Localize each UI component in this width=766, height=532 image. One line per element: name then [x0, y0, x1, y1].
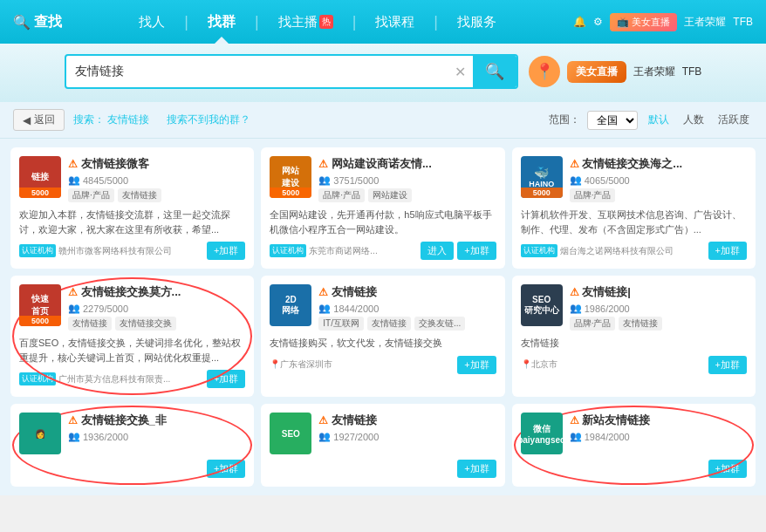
- card-footer: +加群: [270, 460, 496, 478]
- sort-members[interactable]: 人数: [680, 111, 708, 129]
- group-avatar: SEO研究中心: [521, 284, 563, 326]
- bell-icon[interactable]: 🔔: [573, 16, 586, 28]
- location-tag: 📍广东省深圳市: [270, 358, 332, 371]
- verified-icon: ⚠: [318, 414, 328, 426]
- card-title: ⚠ 友情链接交换海之...: [570, 156, 747, 172]
- back-arrow-icon: ◀: [23, 114, 31, 126]
- group-avatar: 🐳 HAINO 5000: [521, 156, 563, 198]
- join-button[interactable]: +加群: [207, 370, 245, 388]
- card-footer: 认证机构 烟台海之诺网络科技有限公司 +加群: [521, 242, 747, 260]
- clear-icon[interactable]: ✕: [448, 64, 473, 80]
- card-members: 👥 2279/5000: [68, 303, 245, 314]
- card-info: ⚠ 友情链接交换莫方... 👥 2279/5000 友情链接友情链接交换: [68, 284, 245, 331]
- card-desc: 欢迎加入本群，友情链接交流群，这里一起交流探讨，欢迎大家，祝大家在这里有所收获，…: [19, 208, 245, 236]
- card-info: ⚠ 友情链接交换_非 👥 1936/2000: [68, 413, 245, 445]
- settings-icon[interactable]: ⚙: [593, 16, 603, 28]
- card-header: 网站建设5000 ⚠ 网站建设商诺友情... 👥 3751/5000 品牌·产品…: [270, 156, 496, 202]
- nav-find-group[interactable]: 找群: [188, 0, 255, 44]
- verified-icon: ⚠: [570, 158, 579, 170]
- card-footer: +加群: [19, 460, 245, 478]
- join-button[interactable]: +加群: [457, 242, 496, 260]
- card-header: 2D网络 ⚠ 友情链接 👥 1844/2000 IT/互联网友情链接交换友链..…: [270, 284, 496, 331]
- tag: 网站建设: [368, 188, 412, 202]
- header-right: 🔔 ⚙ 📺 美女直播 王者荣耀 TFB: [573, 13, 753, 31]
- promo-banner[interactable]: 美女直播: [567, 61, 626, 83]
- tag: 品牌·产品: [570, 188, 616, 202]
- search-magnifier-icon: 🔍: [485, 62, 504, 81]
- tag: 品牌·产品: [68, 188, 114, 202]
- member-5000-badge: 5000: [270, 188, 311, 198]
- card-info: ⚠ 友情链接| 👥 1986/2000 品牌·产品友情链接: [570, 284, 747, 331]
- back-button[interactable]: ◀ 返回: [13, 109, 65, 131]
- card-members: 👥 1927/2000: [318, 431, 496, 442]
- verified-icon: ⚠: [570, 286, 579, 298]
- nav-find-course[interactable]: 找课程: [356, 0, 434, 44]
- username2: TFB: [733, 16, 753, 28]
- card-members: 👥 4065/5000: [570, 174, 747, 186]
- certified-badge: 认证机构: [19, 372, 56, 385]
- verified-icon: ⚠: [318, 158, 328, 170]
- app-logo: 🔍 查找: [13, 13, 62, 31]
- card-tags: 品牌·产品网站建设: [318, 188, 496, 202]
- not-found-link[interactable]: 搜索不到我的群？: [167, 113, 250, 127]
- verified-icon: ⚠: [68, 158, 78, 170]
- join-button[interactable]: +加群: [708, 242, 747, 260]
- nav-find-service[interactable]: 找服务: [438, 0, 516, 44]
- members-icon: 👥: [318, 303, 331, 314]
- card-info: ⚠ 友情链接交换海之... 👥 4065/5000 品牌·产品: [570, 156, 747, 202]
- range-select[interactable]: 全国: [587, 111, 638, 130]
- right-user2: TFB: [682, 65, 702, 78]
- search-button[interactable]: 🔍: [473, 54, 516, 89]
- card-footer: 📍广东省深圳市 +加群: [270, 356, 496, 374]
- card-members: 👥 3751/5000: [318, 174, 496, 186]
- join-button[interactable]: +加群: [708, 356, 747, 374]
- card-header: SEO ⚠ 友情链接 👥 1927/2000: [270, 413, 496, 454]
- join-button[interactable]: +加群: [457, 460, 496, 478]
- group-card-8: SEO ⚠ 友情链接 👥 1927/2000 +加群: [261, 404, 504, 487]
- sort-activity[interactable]: 活跃度: [715, 111, 753, 129]
- nav-find-people[interactable]: 找人: [120, 0, 184, 44]
- search-box: ✕ 🔍: [65, 54, 518, 89]
- group-avatar: SEO: [270, 413, 311, 454]
- group-avatar: 链接5000: [19, 156, 61, 198]
- card-header: 链接5000 ⚠ 友情链接微客 👥 4845/5000 品牌·产品友情链接: [19, 156, 245, 202]
- member-5000-badge: 5000: [19, 188, 61, 198]
- sort-default[interactable]: 默认: [645, 111, 673, 129]
- card-info: ⚠ 友情链接 👥 1927/2000: [318, 413, 496, 445]
- promo-card[interactable]: 📺 美女直播: [610, 13, 677, 31]
- search-input[interactable]: [66, 65, 448, 78]
- card-tags: IT/互联网友情链接交换友链...: [318, 317, 496, 331]
- card-footer: 📍北京市 +加群: [521, 356, 747, 374]
- card-members: 👥 1986/2000: [570, 303, 747, 314]
- tag: 品牌·产品: [318, 188, 365, 202]
- nav-find-streamer[interactable]: 找主播 热: [259, 0, 352, 44]
- join-button[interactable]: +加群: [708, 460, 747, 478]
- card-header: SEO研究中心 ⚠ 友情链接| 👥 1986/2000 品牌·产品友情链接: [521, 284, 747, 331]
- group-card-5: 2D网络 ⚠ 友情链接 👥 1844/2000 IT/互联网友情链接交换友链..…: [261, 276, 504, 397]
- verified-icon: ⚠: [68, 414, 78, 426]
- certified-info: 认证机构 烟台海之诺网络科技有限公司: [521, 244, 674, 257]
- enter-button[interactable]: 进入: [421, 242, 454, 260]
- card-footer: 认证机构 东莞市商诺网络... 进入 +加群: [270, 242, 496, 260]
- cards-grid: 链接5000 ⚠ 友情链接微客 👥 4845/5000 品牌·产品友情链接 欢迎…: [10, 147, 756, 487]
- card-info: ⚠ 新站友情链接 👥 1984/2000: [570, 413, 747, 445]
- card-desc: 友情链接: [521, 336, 747, 351]
- card-members: 👥 1984/2000: [570, 431, 747, 442]
- group-card-4: 快速首页5000 ⚠ 友情链接交换莫方... 👥 2279/5000 友情链接友…: [10, 276, 254, 397]
- promo-icon: 📺: [617, 17, 629, 28]
- join-button[interactable]: +加群: [207, 242, 245, 260]
- card-desc: 计算机软件开发、互联网技术信息咨询、广告设计、制作、代理、发布（不含固定形式广告…: [521, 208, 747, 236]
- certified-info: 认证机构 广州市莫方信息科技有限责...: [19, 372, 170, 385]
- join-button[interactable]: +加群: [207, 460, 245, 478]
- search-right: 📍 美女直播 王者荣耀 TFB: [529, 56, 702, 87]
- card-footer: 认证机构 广州市莫方信息科技有限责... +加群: [19, 370, 245, 388]
- main-nav: 找人 | 找群 | 找主播 热 | 找课程 | 找服务: [62, 0, 573, 44]
- card-members: 👥 1936/2000: [68, 431, 245, 442]
- range-label: 范围：: [549, 113, 580, 127]
- join-button[interactable]: +加群: [457, 356, 496, 374]
- card-desc: 百度SEO，友情链接交换，关键词排名优化，整站权重提升，核心关键词上首页，网站优…: [19, 336, 245, 365]
- org-name: 东莞市商诺网络...: [309, 245, 377, 257]
- group-avatar: 微信baiyangseo: [521, 413, 563, 454]
- org-name: 赣州市微客网络科技有限公司: [58, 245, 172, 257]
- toolbar: ◀ 返回 搜索： 友情链接 搜索不到我的群？ 范围： 全国 默认 人数 活跃度: [0, 102, 766, 139]
